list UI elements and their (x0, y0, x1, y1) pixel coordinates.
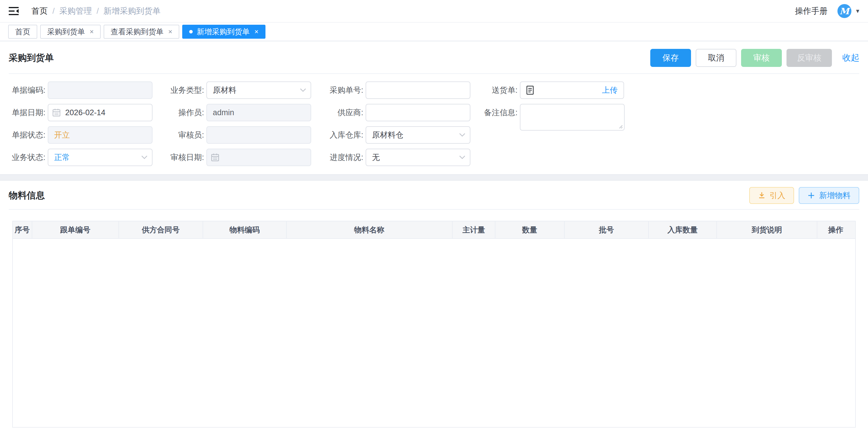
materials-table-header: 序号跟单编号供方合同号物料编码物料名称主计量数量批号入库数量到货说明操作 (13, 221, 855, 239)
collapse-link[interactable]: 收起 (842, 52, 859, 64)
column-header-3: 供方合同号 (119, 221, 203, 238)
remark-label: 备注信息: (477, 104, 518, 121)
supplier-input[interactable] (366, 104, 470, 121)
materials-header: 物料信息 引入 新增物料 (9, 181, 859, 209)
user-avatar[interactable]: M (837, 4, 851, 18)
auditor-label: 审核员: (163, 126, 204, 144)
purchase-arrival-form-card: 采购到货单 保存 取消 审核 反审核 收起 单据编码: 业务类型: (0, 41, 868, 174)
delivery-note-upload-box[interactable]: 上传 (520, 81, 624, 99)
import-button[interactable]: 引入 (749, 187, 794, 204)
po-no-label: 采购单号: (322, 81, 363, 99)
column-header-1: 序号 (13, 221, 32, 238)
topbar-right: 操作手册 M ▾ (795, 4, 859, 18)
field-audit-date: 审核日期: (163, 148, 322, 166)
chevron-down-icon (141, 155, 148, 160)
materials-title: 物料信息 (9, 189, 45, 202)
materials-table-body (13, 239, 855, 427)
tab-label: 查看采购到货单 (111, 27, 163, 37)
menu-fold-icon[interactable] (9, 7, 19, 15)
bill-status-label: 单据状态: (9, 126, 45, 144)
import-button-label: 引入 (770, 190, 785, 201)
field-po-no: 采购单号: (322, 81, 477, 99)
field-biz-type: 业务类型: (163, 81, 322, 99)
materials-divider (9, 209, 859, 210)
bill-code-input (48, 81, 153, 99)
form-card-header: 采购到货单 保存 取消 审核 反审核 收起 (9, 41, 859, 73)
materials-card: 物料信息 引入 新增物料 序号跟单编号供方合同号物料编码物料名称主计 (0, 181, 868, 434)
column-header-2: 跟单编号 (32, 221, 119, 238)
warehouse-label: 入库仓库: (322, 126, 363, 144)
breadcrumb-purchase-management[interactable]: 采购管理 (59, 5, 92, 16)
resize-handle-icon[interactable] (619, 125, 623, 129)
bill-status-input (48, 126, 153, 144)
upload-link[interactable]: 上传 (602, 85, 618, 95)
form-row-2: 单据日期: 操作员: (9, 104, 859, 121)
field-delivery-note: 送货单: 上传 (477, 81, 859, 99)
field-supplier: 供应商: (322, 104, 477, 121)
materials-table-zone: 序号跟单编号供方合同号物料编码物料名称主计量数量批号入库数量到货说明操作 (12, 221, 856, 428)
field-biz-status: 业务状态: (9, 148, 163, 166)
remark-textarea[interactable] (520, 104, 625, 131)
progress-label: 进度情况: (322, 148, 363, 166)
chevron-down-icon (459, 155, 466, 160)
tab-label: 首页 (15, 27, 30, 37)
materials-table: 序号跟单编号供方合同号物料编码物料名称主计量数量批号入库数量到货说明操作 (12, 221, 856, 428)
column-header-11: 操作 (817, 221, 854, 238)
breadcrumb-separator: / (52, 6, 55, 16)
column-header-8: 批号 (565, 221, 649, 238)
auditor-input (206, 126, 311, 144)
add-material-button-label: 新增物料 (819, 190, 850, 201)
close-tab-icon[interactable]: × (254, 28, 258, 36)
column-header-4: 物料编码 (203, 221, 287, 238)
breadcrumb-current-page: 新增采购到货单 (104, 5, 161, 16)
materials-actions: 引入 新增物料 (749, 187, 859, 204)
tab-采购到货单[interactable]: 采购到货单× (40, 25, 101, 39)
biz-status-select[interactable] (48, 148, 153, 166)
close-tab-icon[interactable]: × (168, 28, 172, 36)
close-tab-icon[interactable]: × (90, 28, 94, 36)
audit-date-label: 审核日期: (163, 148, 204, 166)
user-menu-caret-icon[interactable]: ▾ (856, 7, 859, 15)
tab-首页[interactable]: 首页 (8, 25, 37, 39)
top-bar: 首页 / 采购管理 / 新增采购到货单 操作手册 M ▾ (0, 0, 868, 23)
tab-查看采购到货单[interactable]: 查看采购到货单× (104, 25, 179, 39)
field-bill-code: 单据编码: (9, 81, 163, 99)
field-warehouse: 入库仓库: (322, 126, 477, 144)
tab-新增采购到货单[interactable]: 新增采购到货单× (182, 25, 266, 39)
column-header-5: 物料名称 (287, 221, 453, 238)
breadcrumb-separator: / (97, 6, 99, 16)
bill-date-input[interactable] (48, 104, 153, 121)
cancel-button[interactable]: 取消 (696, 49, 737, 67)
progress-select[interactable] (366, 148, 470, 166)
field-operator: 操作员: (163, 104, 322, 121)
page-title: 采购到货单 (9, 52, 54, 64)
save-button[interactable]: 保存 (650, 49, 691, 67)
field-progress: 进度情况: (322, 148, 477, 166)
biz-status-label: 业务状态: (9, 148, 45, 166)
biz-type-label: 业务类型: (163, 81, 204, 99)
form-actions: 保存 取消 审核 反审核 收起 (650, 49, 859, 67)
column-header-6: 主计量 (453, 221, 496, 238)
download-icon (758, 192, 766, 199)
tab-label: 新增采购到货单 (197, 27, 250, 37)
column-header-10: 到货说明 (717, 221, 817, 238)
operator-input (206, 104, 311, 121)
document-icon (526, 86, 534, 95)
tab-label: 采购到货单 (47, 27, 85, 37)
operator-label: 操作员: (163, 104, 204, 121)
field-remark: 备注信息: (477, 104, 859, 131)
column-header-9: 入库数量 (649, 221, 717, 238)
breadcrumb-home[interactable]: 首页 (31, 5, 48, 16)
add-material-button[interactable]: 新增物料 (799, 187, 859, 204)
field-bill-date: 单据日期: (9, 104, 163, 121)
operation-manual-link[interactable]: 操作手册 (795, 5, 828, 16)
po-no-input[interactable] (366, 81, 470, 99)
warehouse-select[interactable] (366, 126, 470, 144)
column-header-7: 数量 (495, 221, 564, 238)
biz-type-select[interactable] (206, 81, 311, 99)
active-tab-dot (189, 30, 193, 33)
unaudit-button: 反审核 (786, 49, 832, 67)
section-gap (0, 174, 868, 181)
calendar-icon (52, 108, 61, 116)
bill-code-label: 单据编码: (9, 81, 45, 99)
